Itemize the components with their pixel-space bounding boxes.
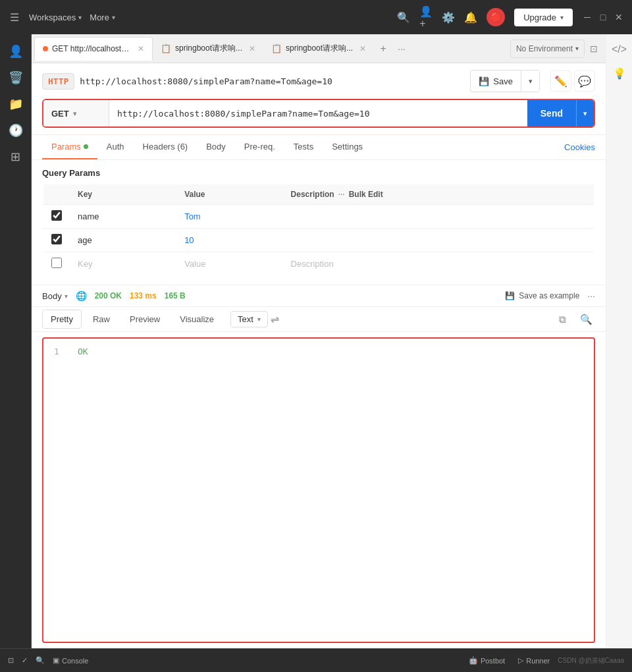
right-icon-code[interactable]: </>	[610, 40, 629, 59]
status-indicator[interactable]: ⊡	[8, 656, 14, 665]
row2-description[interactable]	[283, 229, 594, 252]
tab-auth[interactable]: Auth	[97, 135, 134, 159]
search-icon[interactable]: 🔍	[397, 11, 410, 24]
sidebar-item-profile[interactable]: 👤	[4, 40, 28, 63]
tab-headers[interactable]: Headers (6)	[134, 135, 198, 159]
save-label: Save	[493, 76, 513, 86]
tab-bar: GET http://localhost:8... ✕ 📋 springboot…	[32, 34, 606, 63]
tab-icon-2: 📋	[271, 43, 282, 53]
settings-icon[interactable]: ⚙️	[442, 11, 455, 24]
wrap-icon[interactable]: ⇌	[271, 313, 279, 325]
size-badge: 165 B	[165, 291, 186, 300]
cookies-link[interactable]: Cookies	[564, 142, 595, 152]
row2-value[interactable]: 10	[176, 229, 282, 252]
new-tab-button[interactable]: +	[374, 40, 392, 58]
add-user-icon[interactable]: 👤+	[419, 11, 433, 24]
resp-tab-preview[interactable]: Preview	[121, 310, 169, 329]
tab-close-icon[interactable]: ✕	[138, 44, 144, 53]
workspaces-label: Workspaces	[29, 13, 76, 22]
resp-tab-pretty[interactable]: Pretty	[42, 310, 82, 329]
empty-value[interactable]: Value	[176, 252, 282, 277]
row2-checkbox[interactable]	[51, 234, 62, 244]
url-input[interactable]	[109, 100, 527, 126]
row1-checkbox[interactable]	[51, 210, 62, 221]
row1-description[interactable]	[283, 205, 594, 229]
params-table: Key Value Description ··· Bulk Edit	[42, 183, 595, 277]
upgrade-button[interactable]: Upgrade ▾	[514, 9, 573, 26]
col-description: Description ··· Bulk Edit	[283, 184, 594, 205]
tab-springboot-2[interactable]: 📋 springboot请求响... ✕	[263, 37, 374, 61]
empty-checkbox-cell	[43, 252, 70, 277]
tab-get-request[interactable]: GET http://localhost:8... ✕	[34, 37, 153, 61]
table-row-empty: Key Value Description	[43, 252, 594, 277]
request-title: HTTP http://localhost:8080/simpleParam?n…	[42, 70, 595, 92]
row2-key[interactable]: age	[70, 229, 176, 252]
bottom-bar: ⊡ ✓ 🔍 ▣ Console 🤖 Postbot ▷ Runner CSDN …	[0, 648, 632, 672]
window-controls: ─ □ ✕	[582, 12, 624, 22]
empty-description[interactable]: Description	[283, 252, 594, 277]
bell-icon[interactable]: 🔔	[464, 11, 477, 24]
runner-link[interactable]: ▷ Runner	[518, 656, 550, 665]
workspaces-menu[interactable]: Workspaces ▾	[29, 13, 82, 22]
col-more-icon[interactable]: ···	[338, 190, 345, 199]
postbot-link[interactable]: 🤖 Postbot	[469, 656, 505, 665]
maximize-button[interactable]: □	[598, 12, 608, 22]
tab-prereq-label: Pre-req.	[244, 142, 275, 152]
resp-tab-raw[interactable]: Raw	[84, 310, 118, 329]
tab-prereq[interactable]: Pre-req.	[235, 135, 284, 159]
format-selector[interactable]: Text ▾	[230, 311, 268, 327]
tab-params-label: Params	[51, 142, 81, 152]
row1-value[interactable]: Tom	[176, 205, 282, 229]
tab-headers-label: Headers (6)	[143, 142, 188, 152]
tab-params[interactable]: Params	[42, 135, 97, 159]
save-chevron-button[interactable]: ▾	[521, 70, 539, 92]
sidebar-item-grid[interactable]: ⊞	[4, 145, 28, 169]
response-header: Body ▾ 🌐 200 OK 133 ms 165 B 💾 Save as e…	[32, 285, 606, 307]
row1-key[interactable]: name	[70, 205, 176, 229]
tab-close-icon-2[interactable]: ✕	[249, 44, 255, 53]
resp-tab-visualize[interactable]: Visualize	[171, 310, 223, 329]
hamburger-icon[interactable]: ☰	[8, 11, 21, 24]
sidebar-item-environments[interactable]: 🕐	[4, 119, 28, 142]
url-bar: GET ▾ Send ▾	[42, 99, 595, 128]
tab-auth-label: Auth	[107, 142, 124, 152]
empty-checkbox[interactable]	[51, 258, 62, 268]
body-label[interactable]: Body ▾	[42, 291, 68, 301]
more-menu[interactable]: More ▾	[90, 13, 115, 22]
empty-key[interactable]: Key	[70, 252, 176, 277]
tab-options-button[interactable]: ⊡	[585, 40, 603, 58]
workspaces-chevron: ▾	[78, 14, 82, 21]
save-button[interactable]: 💾 Save	[471, 72, 521, 90]
edit-comment-icon[interactable]: 💬	[574, 70, 595, 92]
minimize-button[interactable]: ─	[582, 12, 592, 22]
body-chevron-icon: ▾	[65, 293, 68, 300]
save-example-label: Save as example	[519, 291, 579, 300]
right-icon-lightbulb[interactable]: 💡	[610, 63, 629, 83]
send-button[interactable]: Send	[527, 100, 576, 126]
response-more-icon[interactable]: ···	[587, 291, 595, 301]
tab-tests[interactable]: Tests	[284, 135, 323, 159]
check-icon[interactable]: ✓	[22, 656, 28, 665]
tab-body[interactable]: Body	[197, 135, 235, 159]
search-response-icon[interactable]: 🔍	[577, 310, 595, 329]
request-tabs-nav: Params Auth Headers (6) Body Pre-req. Te…	[32, 135, 606, 160]
close-button[interactable]: ✕	[614, 12, 624, 22]
copy-icon[interactable]: ⧉	[553, 310, 571, 329]
sidebar-item-history[interactable]: 🗑️	[4, 66, 28, 90]
avatar-icon[interactable]: 🔴	[487, 8, 505, 26]
tab-springboot-1[interactable]: 📋 springboot请求响... ✕	[153, 37, 263, 61]
query-params-section: Query Params Key Value Description ··· B…	[32, 160, 606, 285]
search-bottom-icon[interactable]: 🔍	[36, 656, 45, 665]
sidebar-item-collections[interactable]: 📁	[4, 92, 28, 116]
tab-more-button[interactable]: ···	[392, 40, 411, 58]
bulk-edit-link[interactable]: Bulk Edit	[349, 190, 383, 199]
send-dropdown-button[interactable]: ▾	[576, 100, 594, 126]
send-button-group: Send ▾	[527, 100, 594, 126]
save-example-button[interactable]: 💾 Save as example	[505, 291, 579, 300]
tab-close-icon-3[interactable]: ✕	[359, 44, 366, 53]
method-selector[interactable]: GET ▾	[43, 100, 109, 126]
edit-pencil-icon[interactable]: ✏️	[550, 70, 571, 92]
environment-selector[interactable]: No Environment ▾	[510, 40, 585, 58]
tab-settings[interactable]: Settings	[323, 135, 372, 159]
console-link[interactable]: ▣ Console	[53, 656, 88, 665]
